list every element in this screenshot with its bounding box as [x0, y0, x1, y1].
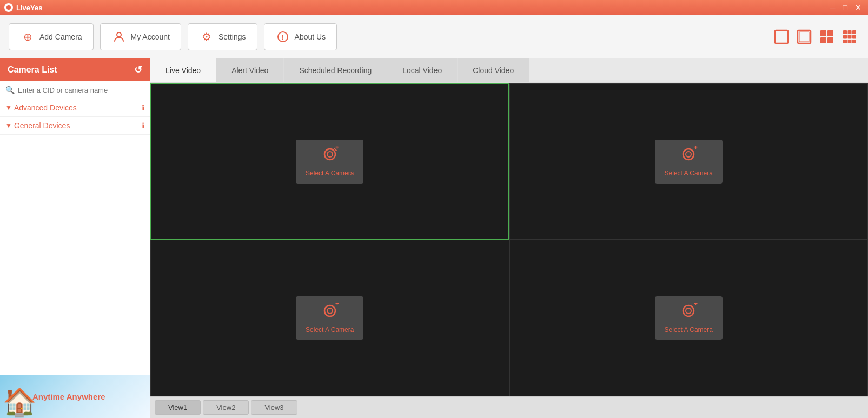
- advanced-devices-chevron[interactable]: ▼: [5, 104, 12, 112]
- svg-point-0: [6, 5, 11, 10]
- advanced-devices-label: Advanced Devices: [14, 103, 77, 112]
- svg-rect-13: [852, 30, 856, 34]
- general-devices-chevron[interactable]: ▼: [5, 122, 12, 129]
- svg-rect-4: [775, 30, 788, 43]
- search-input[interactable]: [18, 86, 144, 94]
- search-box: 🔍: [0, 81, 150, 99]
- quad-view-button[interactable]: [817, 27, 837, 47]
- svg-point-26: [324, 305, 335, 316]
- svg-rect-10: [827, 37, 833, 43]
- sidebar-banner: 🏠 Anytime Anywhere: [0, 375, 150, 418]
- select-camera-label-1: Select A Camera: [306, 169, 354, 177]
- view-tabs: View1 View2 View3: [150, 396, 868, 418]
- refresh-icon[interactable]: ↺: [134, 64, 142, 76]
- svg-point-21: [327, 152, 333, 157]
- svg-rect-16: [852, 35, 856, 38]
- svg-text:+: +: [335, 303, 339, 308]
- svg-rect-8: [827, 30, 833, 36]
- svg-rect-18: [848, 40, 852, 43]
- camera-add-icon-1: +: [320, 146, 340, 166]
- maximize-button[interactable]: □: [841, 3, 850, 12]
- minimize-button[interactable]: ─: [828, 3, 838, 12]
- svg-point-27: [327, 308, 333, 314]
- select-camera-button-4[interactable]: + Select A Camera: [655, 296, 723, 340]
- svg-text:+: +: [694, 146, 698, 151]
- single-view-button[interactable]: [794, 27, 814, 47]
- main-tabs: Live Video Alert Video Scheduled Recordi…: [150, 58, 868, 83]
- select-camera-button-3[interactable]: + Select A Camera: [296, 296, 363, 340]
- svg-rect-5: [798, 30, 811, 43]
- search-icon: 🔍: [5, 86, 15, 94]
- svg-rect-9: [820, 37, 826, 43]
- about-us-button[interactable]: ! About Us: [264, 23, 337, 50]
- camera-add-icon-2: +: [679, 146, 698, 166]
- video-grid: + Select A Camera + Select A Cam: [150, 83, 868, 396]
- select-camera-button-1[interactable]: + Select A Camera: [296, 140, 363, 184]
- svg-point-24: [686, 152, 691, 157]
- svg-point-29: [683, 305, 694, 316]
- video-cell-1[interactable]: + Select A Camera: [150, 83, 509, 240]
- video-cell-2[interactable]: + Select A Camera: [509, 83, 869, 240]
- view-tab-1[interactable]: View1: [155, 400, 201, 415]
- advanced-devices-group: ▼ Advanced Devices ℹ: [0, 99, 150, 117]
- camera-list-header: Camera List ↺: [0, 58, 150, 81]
- select-camera-label-3: Select A Camera: [306, 326, 354, 334]
- account-icon: [111, 29, 127, 44]
- about-icon: !: [275, 29, 290, 44]
- app-title: LiveYes: [16, 4, 828, 12]
- title-bar: LiveYes ─ □ ✕: [0, 0, 868, 15]
- svg-point-20: [324, 149, 335, 160]
- window-controls: ─ □ ✕: [828, 3, 864, 12]
- add-camera-icon: ⊕: [20, 29, 35, 44]
- settings-button[interactable]: ⚙ Settings: [188, 23, 257, 50]
- view-tab-2[interactable]: View2: [203, 400, 249, 415]
- select-camera-label-4: Select A Camera: [665, 326, 713, 334]
- app-icon: [4, 3, 13, 12]
- view-tab-3[interactable]: View3: [251, 400, 297, 415]
- video-cell-3[interactable]: + Select A Camera: [150, 240, 509, 396]
- view-icons: [772, 27, 859, 47]
- nine-view-button[interactable]: [840, 27, 859, 47]
- svg-text:+: +: [335, 146, 339, 151]
- svg-rect-17: [843, 40, 847, 43]
- add-camera-button[interactable]: ⊕ Add Camera: [9, 23, 94, 50]
- tab-live-video[interactable]: Live Video: [150, 58, 216, 82]
- tab-alert-video[interactable]: Alert Video: [216, 58, 284, 82]
- svg-rect-11: [843, 30, 847, 34]
- house-icon: 🏠: [3, 387, 36, 418]
- select-camera-label-2: Select A Camera: [665, 169, 713, 177]
- tab-local-video[interactable]: Local Video: [387, 58, 458, 82]
- general-devices-group: ▼ General Devices ℹ: [0, 117, 150, 135]
- content-area: Live Video Alert Video Scheduled Recordi…: [150, 58, 868, 418]
- svg-text:!: !: [281, 33, 283, 41]
- svg-rect-6: [799, 32, 809, 42]
- close-button[interactable]: ✕: [853, 3, 864, 12]
- svg-rect-7: [820, 30, 826, 36]
- svg-point-23: [683, 149, 694, 160]
- camera-add-icon-3: +: [320, 303, 340, 323]
- video-cell-4[interactable]: + Select A Camera: [509, 240, 869, 396]
- my-account-button[interactable]: My Account: [100, 23, 181, 50]
- sidebar: Camera List ↺ 🔍 ▼ Advanced Devices ℹ ▼ G…: [0, 58, 150, 418]
- tab-scheduled-recording[interactable]: Scheduled Recording: [284, 58, 387, 82]
- svg-text:+: +: [694, 303, 698, 308]
- settings-icon: ⚙: [199, 29, 214, 44]
- svg-point-30: [686, 308, 691, 314]
- camera-add-icon-4: +: [679, 303, 698, 323]
- svg-rect-19: [852, 40, 856, 43]
- general-devices-label: General Devices: [14, 121, 70, 130]
- general-devices-info-icon[interactable]: ℹ: [142, 121, 144, 130]
- svg-rect-15: [848, 35, 852, 38]
- fullscreen-view-button[interactable]: [772, 27, 791, 47]
- svg-rect-14: [843, 35, 847, 38]
- select-camera-button-2[interactable]: + Select A Camera: [655, 140, 723, 184]
- advanced-devices-info-icon[interactable]: ℹ: [142, 103, 144, 112]
- camera-list-title: Camera List: [8, 65, 57, 75]
- banner-text: Anytime Anywhere: [32, 392, 105, 401]
- svg-rect-12: [848, 30, 852, 34]
- svg-point-1: [117, 32, 121, 37]
- toolbar: ⊕ Add Camera My Account ⚙ Settings ! Abo…: [0, 15, 868, 58]
- main-area: Camera List ↺ 🔍 ▼ Advanced Devices ℹ ▼ G…: [0, 58, 868, 418]
- tab-cloud-video[interactable]: Cloud Video: [458, 58, 529, 82]
